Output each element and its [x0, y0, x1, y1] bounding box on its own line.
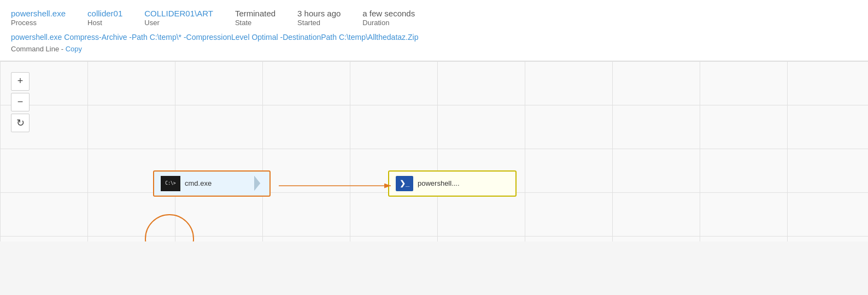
- process-value[interactable]: powershell.exe: [11, 9, 66, 18]
- started-col: 3 hours ago Started: [297, 9, 341, 27]
- state-label: State: [235, 19, 275, 27]
- duration-value: a few seconds: [362, 9, 415, 18]
- powershell-label: powershell....: [418, 179, 460, 187]
- cmd-node[interactable]: C:\> cmd.exe: [153, 170, 271, 197]
- cmd-label: cmd.exe: [185, 179, 212, 187]
- zoom-out-button[interactable]: −: [11, 93, 30, 111]
- process-label: Process: [11, 19, 66, 27]
- host-value[interactable]: collider01: [87, 9, 122, 18]
- ps-icon: ❯_: [396, 176, 413, 191]
- command-text: powershell.exe Compress-Archive -Path C:…: [11, 32, 857, 43]
- state-value: Terminated: [235, 9, 275, 18]
- command-meta-prefix: Command Line -: [11, 45, 66, 53]
- powershell-node[interactable]: ❯_ powershell....: [388, 170, 517, 197]
- ps-icon-text: ❯_: [400, 179, 409, 187]
- zoom-controls: + − ↻: [11, 72, 30, 132]
- partial-circle: [145, 214, 194, 241]
- command-line-section: powershell.exe Compress-Archive -Path C:…: [11, 32, 857, 53]
- state-col: Terminated State: [235, 9, 275, 27]
- cmd-arrow: [254, 176, 263, 191]
- command-meta: Command Line - Copy: [11, 45, 857, 53]
- duration-col: a few seconds Duration: [362, 9, 415, 27]
- info-panel: powershell.exe Process collider01 Host C…: [0, 0, 868, 61]
- started-label: Started: [297, 19, 341, 27]
- zoom-reset-button[interactable]: ↻: [11, 114, 30, 132]
- copy-link[interactable]: Copy: [66, 45, 82, 53]
- user-col: COLLIDER01\ART User: [144, 9, 213, 27]
- graph-panel: + − ↻ C:\> cmd.exe ❯_: [0, 61, 868, 241]
- zoom-in-button[interactable]: +: [11, 72, 30, 91]
- process-col: powershell.exe Process: [11, 9, 66, 27]
- user-value[interactable]: COLLIDER01\ART: [144, 9, 213, 18]
- graph-area: C:\> cmd.exe ❯_ powershell....: [0, 61, 868, 241]
- user-label: User: [144, 19, 213, 27]
- host-col: collider01 Host: [87, 9, 122, 27]
- started-value: 3 hours ago: [297, 9, 341, 18]
- cmd-icon-text: C:\>: [165, 181, 175, 186]
- connector-svg: [0, 61, 868, 241]
- duration-label: Duration: [362, 19, 415, 27]
- cmd-icon: C:\>: [161, 176, 180, 191]
- info-row-main: powershell.exe Process collider01 Host C…: [11, 9, 857, 27]
- host-label: Host: [87, 19, 122, 27]
